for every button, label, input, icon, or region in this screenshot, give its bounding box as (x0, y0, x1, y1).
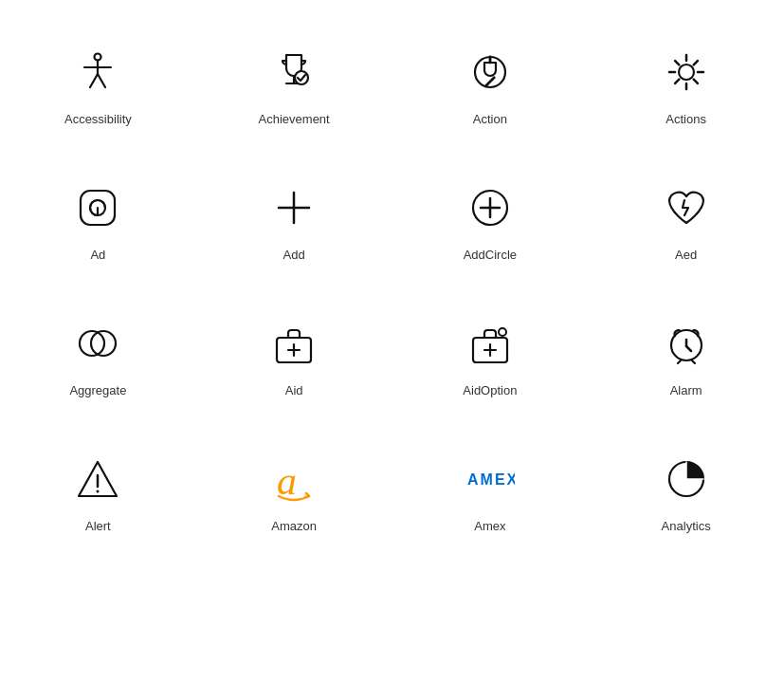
amazon-label: Amazon (271, 519, 317, 533)
alert-icon (73, 454, 122, 504)
amazon-icon: a (269, 454, 319, 504)
aid-icon (269, 319, 319, 368)
icon-item-actions[interactable]: Actions (588, 19, 784, 155)
achievement-label: Achievement (259, 112, 330, 126)
analytics-label: Analytics (662, 519, 711, 533)
svg-point-35 (499, 328, 506, 336)
analytics-icon (662, 454, 711, 504)
icon-item-aed[interactable]: Aed (588, 155, 784, 290)
icon-item-add[interactable]: Add (196, 155, 392, 290)
add-label: Add (283, 248, 305, 262)
svg-line-38 (686, 346, 691, 351)
icon-grid: Accessibility Achievement (0, 0, 784, 581)
alarm-label: Alarm (670, 383, 702, 397)
icon-item-aggregate[interactable]: Aggregate (0, 290, 196, 426)
svg-line-10 (486, 78, 494, 85)
aidoption-label: AidOption (463, 383, 517, 397)
actions-icon (662, 47, 711, 97)
svg-line-39 (678, 360, 681, 363)
icon-item-action[interactable]: Action (392, 19, 589, 155)
icon-item-ad[interactable]: Ad (0, 155, 196, 290)
action-label: Action (473, 112, 507, 126)
aidoption-icon (465, 319, 515, 368)
icon-item-accessibility[interactable]: Accessibility (0, 19, 196, 155)
amex-label: Amex (474, 519, 505, 533)
addcircle-icon (465, 183, 515, 232)
aid-label: Aid (285, 383, 303, 397)
accessibility-icon (73, 47, 122, 97)
svg-line-18 (693, 61, 697, 65)
svg-line-16 (675, 61, 679, 65)
icon-item-amex[interactable]: AMEX Amex (392, 426, 589, 562)
svg-line-4 (98, 74, 105, 87)
ad-label: Ad (90, 248, 105, 262)
aed-label: Aed (675, 248, 697, 262)
icon-item-amazon[interactable]: a Amazon (196, 426, 392, 562)
icon-item-addcircle[interactable]: AddCircle (392, 155, 589, 290)
icon-item-achievement[interactable]: Achievement (196, 19, 392, 155)
achievement-icon (269, 47, 319, 97)
svg-line-40 (692, 360, 695, 363)
alarm-icon (662, 319, 711, 368)
svg-point-11 (679, 65, 694, 80)
svg-line-19 (675, 80, 679, 83)
aggregate-label: Aggregate (69, 383, 126, 397)
icon-item-aid[interactable]: Aid (196, 290, 392, 426)
icon-item-alert[interactable]: Alert (0, 426, 196, 562)
svg-line-17 (693, 80, 697, 83)
icon-item-alarm[interactable]: Alarm (588, 290, 784, 426)
svg-point-42 (97, 490, 100, 493)
add-icon (269, 183, 319, 232)
ad-icon (73, 183, 122, 232)
alert-label: Alert (85, 519, 111, 533)
addcircle-label: AddCircle (464, 248, 517, 262)
aggregate-icon (73, 319, 122, 368)
icon-item-analytics[interactable]: Analytics (588, 426, 784, 562)
icon-item-aidoption[interactable]: AidOption (392, 290, 589, 426)
svg-text:AMEX: AMEX (467, 471, 515, 488)
action-icon (465, 47, 515, 97)
svg-line-3 (90, 74, 98, 87)
accessibility-label: Accessibility (64, 112, 132, 126)
aed-icon (662, 183, 711, 232)
amex-icon: AMEX (465, 454, 515, 504)
actions-label: Actions (665, 112, 706, 126)
